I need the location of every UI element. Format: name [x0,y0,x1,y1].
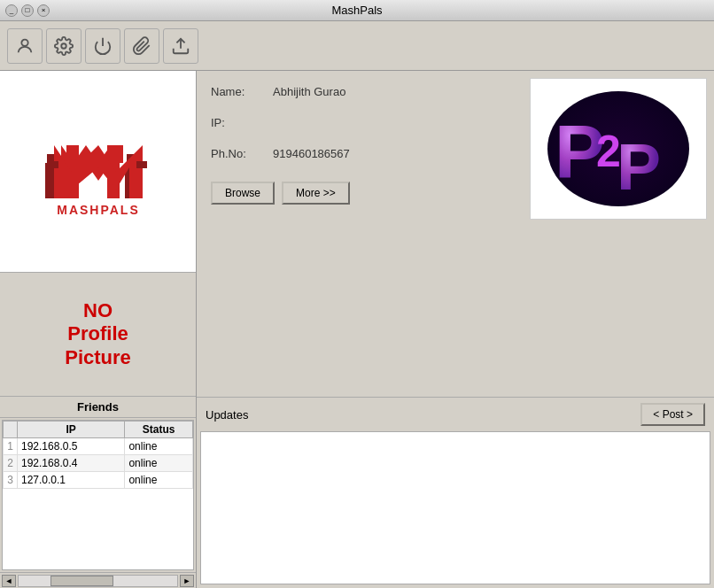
table-row[interactable]: 3 127.0.0.1 online [4,472,193,489]
export-button[interactable] [163,28,198,64]
table-row[interactable]: 1 192.168.0.5 online [4,438,193,455]
attachment-button[interactable] [124,28,159,64]
friends-table-container: IP Status 1 192.168.0.5 online 2 192.168… [2,420,194,570]
row-num: 1 [4,438,18,455]
col-ip: IP [18,422,125,438]
power-button[interactable] [85,28,120,64]
svg-rect-14 [136,161,147,168]
ip-label: IP: [211,116,273,129]
phone-row: Ph.No: 919460186567 [211,147,508,160]
friends-scrollbar[interactable]: ◄ ► [0,572,196,588]
row-status: online [125,438,193,455]
table-row[interactable]: 2 192.168.0.4 online [4,455,193,472]
user-button[interactable] [7,28,43,64]
toolbar [0,21,714,71]
scroll-left-arrow[interactable]: ◄ [2,575,16,587]
row-ip: 192.168.0.4 [18,455,125,472]
svg-point-0 [21,39,27,45]
phone-label: Ph.No: [211,147,273,160]
svg-point-19 [681,97,684,99]
name-value: Abhijith Gurao [273,85,345,98]
friends-section: Friends IP Status 1 192.168.0.5 online 2 [0,397,196,588]
mashpals-logo: MASHPALS [27,119,169,225]
left-panel: MASHPALS NOProfilePicture Friends IP Sta… [0,71,197,588]
profile-placeholder: NOProfilePicture [0,273,196,397]
window-title: MashPals [331,4,382,17]
row-status: online [125,455,193,472]
action-buttons: Browse More >> [211,182,508,205]
profile-info: Name: Abhijith Gurao IP: Ph.No: 91946018… [197,71,523,397]
scroll-track[interactable] [18,575,178,587]
close-btn[interactable]: × [37,4,50,17]
p2p-banner: P 2 P [530,78,707,220]
updates-label: Updates [206,408,248,422]
right-panel: Name: Abhijith Gurao IP: Ph.No: 91946018… [197,71,714,588]
logo-area: MASHPALS [0,71,196,273]
friends-table: IP Status 1 192.168.0.5 online 2 192.168… [3,421,193,489]
updates-content[interactable] [200,431,710,584]
scroll-thumb [50,576,114,586]
svg-point-1 [61,43,66,49]
svg-text:P: P [617,129,661,204]
scroll-right-arrow[interactable]: ► [180,575,194,587]
browse-button[interactable]: Browse [211,182,275,205]
main-content: MASHPALS NOProfilePicture Friends IP Sta… [0,71,714,588]
titlebar: _ □ × MashPals [0,0,714,21]
svg-rect-13 [48,161,58,168]
svg-point-20 [669,100,671,102]
window-controls[interactable]: _ □ × [5,4,50,17]
svg-point-21 [688,111,690,112]
updates-area: Updates < Post > [197,397,714,588]
row-num: 3 [4,472,18,489]
name-label: Name: [211,85,273,98]
friends-header: Friends [0,397,196,418]
svg-text:MASHPALS: MASHPALS [57,203,140,217]
minimize-btn[interactable]: _ [5,4,18,17]
row-num: 2 [4,455,18,472]
post-button[interactable]: < Post > [640,403,705,426]
col-status: Status [125,422,193,438]
phone-value: 919460186567 [273,147,350,160]
top-right-area: Name: Abhijith Gurao IP: Ph.No: 91946018… [197,71,714,397]
row-status: online [125,472,193,489]
row-ip: 192.168.0.5 [18,438,125,455]
p2p-logo: P 2 P [539,85,698,213]
settings-button[interactable] [46,28,81,64]
col-num [4,422,18,438]
row-ip: 127.0.0.1 [18,472,125,489]
updates-header: Updates < Post > [197,398,714,431]
svg-point-18 [674,105,678,109]
name-row: Name: Abhijith Gurao [211,85,508,98]
no-profile-text: NOProfilePicture [65,299,131,369]
ip-row: IP: [211,116,508,129]
more-button[interactable]: More >> [282,182,350,205]
maximize-btn[interactable]: □ [21,4,34,17]
